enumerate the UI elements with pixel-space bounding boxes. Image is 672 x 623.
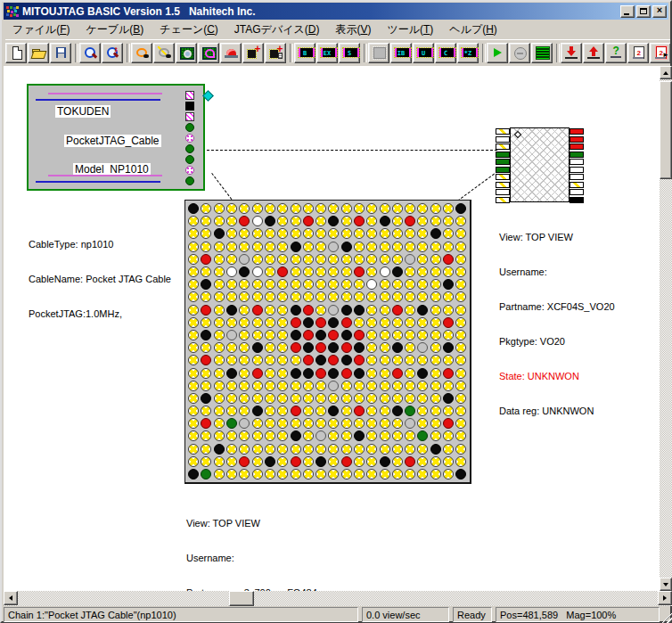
bga-ball-r11c3[interactable] (214, 330, 225, 340)
bga-ball-r16c4[interactable] (226, 393, 237, 404)
bga-ball-r5c19[interactable] (417, 254, 428, 265)
bga-ball-r4c11[interactable] (316, 242, 326, 252)
bga-ball-r2c12[interactable] (328, 216, 339, 226)
cable-pin-7[interactable] (185, 155, 194, 164)
bga-ball-r14c16[interactable] (380, 368, 390, 379)
bga-ball-r2c20[interactable] (430, 216, 441, 226)
bga-ball-r8c16[interactable] (380, 291, 390, 302)
bga-ball-r9c19[interactable] (417, 305, 428, 316)
bga-ball-r18c3[interactable] (214, 418, 225, 429)
bga-ball-r9c22[interactable] (455, 305, 466, 316)
bga-ball-r17c8[interactable] (277, 406, 288, 416)
bga-ball-r1c14[interactable] (354, 203, 365, 214)
bga-ball-r20c16[interactable] (380, 444, 390, 455)
pause-button[interactable] (509, 43, 530, 63)
bga-ball-r15c1[interactable] (188, 381, 199, 391)
bga-ball-r16c22[interactable] (455, 393, 466, 404)
bga-ball-r6c2[interactable] (201, 266, 211, 277)
bga-ball-r1c22[interactable] (455, 203, 466, 214)
bga-ball-r20c21[interactable] (443, 444, 454, 455)
bga-ball-r22c11[interactable] (316, 469, 326, 480)
bga-ball-r17c20[interactable] (430, 406, 441, 416)
bga-ball-r18c18[interactable] (405, 418, 415, 429)
bga-ball-r2c4[interactable] (226, 216, 237, 226)
bga-ball-r22c1[interactable] (188, 469, 199, 480)
bga-ball-r1c18[interactable] (405, 203, 415, 214)
bga-ball-r17c19[interactable] (417, 406, 428, 416)
bga-ball-r20c14[interactable] (354, 444, 365, 455)
menu-item-6[interactable]: ヘルプ(H) (441, 20, 505, 39)
bga-ball-r22c14[interactable] (354, 469, 365, 480)
cable-pin-3[interactable] (185, 112, 194, 121)
bga-ball-r18c8[interactable] (277, 418, 288, 429)
bga-ball-r21c13[interactable] (341, 456, 352, 467)
bga-ball-r21c16[interactable] (380, 456, 390, 467)
bga-ball-r22c15[interactable] (366, 469, 377, 480)
bga-ball-r14c5[interactable] (239, 368, 250, 379)
bga-ball-r14c10[interactable] (303, 368, 314, 379)
bga-ball-r21c22[interactable] (455, 456, 466, 467)
bga-ball-r14c21[interactable] (443, 368, 454, 379)
bga-ball-r22c5[interactable] (239, 469, 250, 480)
bga-ball-r3c11[interactable] (316, 228, 326, 239)
bga-ball-r13c12[interactable] (328, 355, 339, 365)
bga-ball-r19c6[interactable] (252, 430, 263, 441)
bga-ball-r13c15[interactable] (366, 355, 377, 365)
bga-ball-r5c8[interactable] (277, 254, 288, 265)
bga-ball-r11c9[interactable] (291, 330, 301, 340)
bga-ball-r6c18[interactable] (405, 266, 415, 277)
bga-ball-r13c5[interactable] (239, 355, 250, 365)
bga-ball-r10c6[interactable] (252, 317, 263, 328)
bga-ball-r1c11[interactable] (316, 203, 326, 214)
bga-ball-r12c22[interactable] (455, 342, 466, 353)
bga-ball-r18c5[interactable] (239, 418, 250, 429)
cable-disconnect-button[interactable] (153, 43, 175, 63)
bga-ball-r18c6[interactable] (252, 418, 263, 429)
bga-ball-r3c21[interactable] (443, 228, 454, 239)
bga-ball-r14c19[interactable] (417, 368, 428, 379)
bga-ball-r18c16[interactable] (380, 418, 390, 429)
save-file-button[interactable] (50, 43, 71, 63)
bga-ball-r2c11[interactable] (316, 216, 326, 226)
bga-ball-r8c9[interactable] (291, 291, 301, 302)
bga-ball-r22c22[interactable] (455, 469, 466, 480)
bga-ball-r12c8[interactable] (277, 342, 288, 353)
bga-ball-r11c19[interactable] (417, 330, 428, 340)
bga-ball-r19c21[interactable] (443, 430, 454, 441)
cable-connect-button[interactable] (131, 43, 152, 63)
bga-ball-r9c7[interactable] (265, 305, 275, 316)
bga-ball-r16c1[interactable] (188, 393, 199, 404)
bga-ball-r20c5[interactable] (239, 444, 250, 455)
bga-ball-r22c7[interactable] (265, 469, 275, 480)
bga-ball-r19c5[interactable] (239, 430, 250, 441)
bga-ball-r1c10[interactable] (303, 203, 314, 214)
bga-ball-r17c14[interactable] (354, 406, 365, 416)
bga-ball-r16c11[interactable] (316, 393, 326, 404)
bga-ball-r5c4[interactable] (226, 254, 237, 265)
bga-ball-r10c11[interactable] (316, 317, 326, 328)
device1-left-pin-7[interactable] (496, 174, 510, 180)
bga-ball-r10c16[interactable] (380, 317, 390, 328)
bga-ball-r11c15[interactable] (366, 330, 377, 340)
device1-right-pin-8[interactable] (570, 182, 584, 188)
bga-ball-r15c18[interactable] (405, 381, 415, 391)
bga-ball-r1c12[interactable] (328, 203, 339, 214)
bga-ball-r1c3[interactable] (214, 203, 225, 214)
bga-ball-r21c15[interactable] (366, 456, 377, 467)
bga-ball-r8c17[interactable] (392, 291, 403, 302)
bga-ball-r1c15[interactable] (366, 203, 377, 214)
bga-ball-r15c9[interactable] (291, 381, 301, 391)
bga-ball-r4c5[interactable] (239, 242, 250, 252)
bga-ball-r7c14[interactable] (354, 279, 365, 290)
bga-ball-r19c4[interactable] (226, 430, 237, 441)
bga-ball-r6c21[interactable] (443, 266, 454, 277)
bga-ball-r3c12[interactable] (328, 228, 339, 239)
bga-ball-r22c10[interactable] (303, 469, 314, 480)
bga-ball-r18c2[interactable] (201, 418, 211, 429)
bga-ball-r4c21[interactable] (443, 242, 454, 252)
bga-ball-r13c7[interactable] (265, 355, 275, 365)
bga-ball-r14c1[interactable] (188, 368, 199, 379)
bga-ball-r8c12[interactable] (328, 291, 339, 302)
bga-ball-r12c15[interactable] (366, 342, 377, 353)
bga-ball-r21c9[interactable] (291, 456, 301, 467)
